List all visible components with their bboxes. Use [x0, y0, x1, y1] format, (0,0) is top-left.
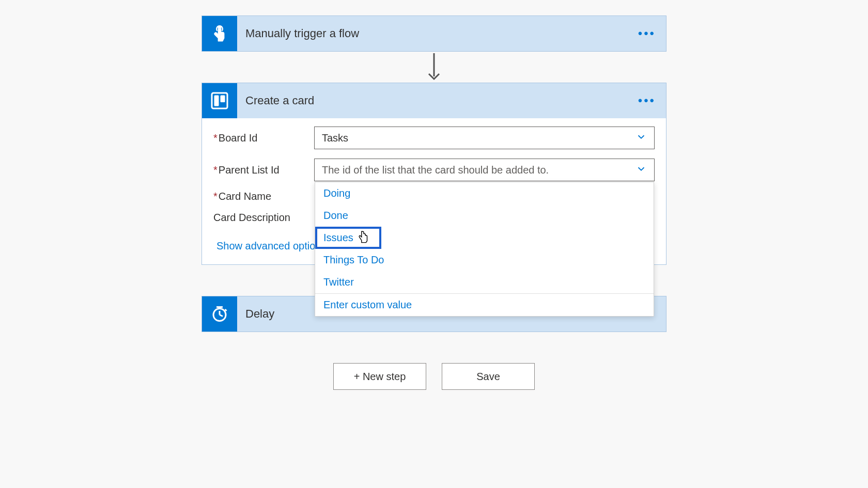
create-card-menu[interactable]: •••	[628, 93, 666, 108]
show-advanced-label: Show advanced options	[216, 240, 326, 252]
action-buttons-row: + New step Save	[333, 363, 535, 390]
cursor-pointer-icon	[357, 230, 370, 248]
svg-line-10	[225, 309, 227, 311]
create-card-step: Create a card ••• *Board Id Tasks	[202, 83, 667, 265]
trigger-step-title: Manually trigger a flow	[237, 27, 628, 40]
manual-trigger-icon	[202, 16, 237, 51]
connector-arrow-1	[426, 52, 442, 83]
board-id-label: *Board Id	[213, 132, 314, 144]
parent-list-id-label: *Parent List Id	[213, 164, 314, 176]
board-id-value: Tasks	[322, 132, 348, 144]
flow-container: Manually trigger a flow ••• Create a	[0, 15, 868, 390]
required-marker: *	[213, 191, 218, 202]
chevron-down-icon	[636, 163, 647, 177]
new-step-button[interactable]: + New step	[333, 363, 426, 390]
trello-icon	[202, 83, 237, 118]
card-description-label: Card Description	[213, 212, 314, 224]
dropdown-option-done[interactable]: Done	[315, 204, 654, 227]
svg-line-7	[220, 315, 223, 317]
card-name-label: *Card Name	[213, 191, 314, 202]
dropdown-option-issues[interactable]: Issues	[315, 227, 381, 249]
parent-list-id-label-text: Parent List Id	[219, 164, 280, 176]
dropdown-option-doing[interactable]: Doing	[315, 182, 654, 204]
field-row-parent-list-id: *Parent List Id The id of the list that …	[213, 159, 655, 181]
save-button[interactable]: Save	[442, 363, 535, 390]
required-marker: *	[213, 132, 218, 144]
svg-rect-3	[221, 96, 225, 103]
dropdown-option-custom-value[interactable]: Enter custom value	[315, 293, 654, 316]
create-card-body: *Board Id Tasks *Parent List Id	[202, 118, 666, 264]
clock-icon	[202, 296, 237, 332]
board-id-label-text: Board Id	[219, 132, 258, 144]
card-name-label-text: Card Name	[219, 191, 271, 202]
chevron-down-icon	[636, 131, 647, 145]
trigger-step-card[interactable]: Manually trigger a flow •••	[202, 15, 667, 52]
parent-list-id-select[interactable]: The id of the list that the card should …	[314, 159, 655, 181]
required-marker: *	[213, 164, 218, 176]
parent-list-dropdown: Doing Done Issues Things To Do	[315, 182, 654, 317]
trigger-step-menu[interactable]: •••	[628, 26, 666, 41]
dropdown-option-twitter[interactable]: Twitter	[315, 271, 654, 293]
create-card-header[interactable]: Create a card •••	[202, 83, 666, 118]
svg-rect-2	[214, 96, 219, 106]
dropdown-option-issues-label: Issues	[323, 232, 353, 243]
create-card-title: Create a card	[237, 94, 628, 107]
flow-designer-canvas: Manually trigger a flow ••• Create a	[0, 0, 868, 390]
field-row-board-id: *Board Id Tasks	[213, 127, 655, 149]
board-id-select[interactable]: Tasks	[314, 127, 655, 149]
dropdown-option-things-to-do[interactable]: Things To Do	[315, 249, 654, 271]
parent-list-id-placeholder: The id of the list that the card should …	[322, 164, 549, 176]
